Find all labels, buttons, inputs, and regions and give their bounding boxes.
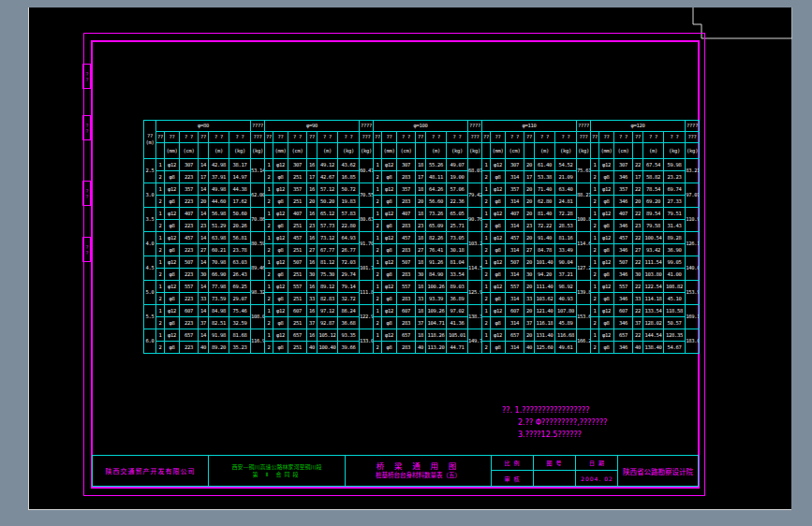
table-header-row: ????? ???? ?? ????????? ???? ?? ????????… (144, 132, 700, 143)
title-block: 陕西交通贸产开发有限公司 西安—铜川高速公路林家河至铜川段 第 Ⅱ 合同段 桥 … (92, 455, 699, 487)
table-row: 3.51φ124071456.9850.6070.861φ124071665.1… (144, 208, 700, 220)
drawing-canvas[interactable]: ?? ?? ?? ?? ??(m)φ=80????φ=90????φ=100??… (28, 7, 791, 510)
date-value: 2004. 02 (576, 471, 618, 486)
project-line2: 第 Ⅱ 合同段 (253, 471, 302, 478)
company-name: 陕西交通贸产开发有限公司 (93, 456, 209, 486)
cad-viewer-screen: ?? ?? ?? ?? ??(m)φ=80????φ=90????φ=100??… (0, 0, 812, 526)
margin-tab: ?? (82, 237, 91, 262)
material-table: ??(m)φ=80????φ=90????φ=100????φ=110????φ… (143, 120, 700, 354)
scale-label: 比 例 (492, 456, 534, 471)
note-line: ??. 1.????????????????? (502, 404, 607, 416)
blank-field (534, 471, 576, 486)
table-row: 6.01φ126571491.9881.68116.911φ1265716105… (144, 329, 700, 342)
material-table-wrap: ??(m)φ=80????φ=90????φ=100????φ=110????φ… (143, 120, 700, 354)
institute-name: 陕西省公路勘察设计院 (618, 456, 698, 486)
date-label: 日 期 (576, 456, 618, 471)
margin-tab: ?? (82, 115, 91, 140)
drawing-sheet-title: 桩基桥台台身材料数量表（五） (376, 472, 461, 480)
table-row: 2φ82232760.2123.782φ82512767.7726.772φ82… (144, 244, 700, 256)
drawing-notes: ??. 1.????????????????? 2.?? Φ?????????,… (502, 404, 607, 441)
table-row: 5.51φ126071484.9875.46108.051φ126071697.… (144, 305, 700, 317)
table-row: 4.51φ125071470.9863.0389.461φ125071681.1… (144, 256, 700, 269)
title-fields: 比 例 图 号 日 期 审 核 2004. 02 (492, 456, 618, 486)
drawing-title: 桥 梁 通 用 图 桩基桥台台身材料数量表（五） (346, 456, 492, 486)
table-header-row: (mm)(cm)(m)(kg)(kg)(mm)(cm)(m)(kg)(kg)(m… (144, 143, 700, 159)
table-row: 3.01φ123571449.9844.3862.001φ123571657.1… (144, 183, 700, 196)
margin-tab: ?? (82, 64, 91, 89)
drawing-type: 桥 梁 通 用 图 (376, 461, 460, 472)
table-row: 2.51φ123071442.9838.1753.141φ123071649.1… (144, 159, 700, 171)
project-name: 西安—铜川高速公路林家河至铜川段 第 Ⅱ 合同段 (209, 456, 346, 486)
table-header-row: ??(m)φ=80????φ=90????φ=100????φ=110????φ… (144, 121, 700, 132)
table-row: 5.01φ125571477.9869.2598.321φ125571689.1… (144, 281, 700, 293)
sheet-label: 图 号 (534, 456, 576, 471)
table-row: 2φ82233782.5132.592φ82513792.8736.682φ82… (144, 317, 700, 329)
table-row: 4.01φ124571463.9856.8180.591φ124571673.1… (144, 232, 700, 244)
table-row: 2φ82232351.2920.262φ82512357.7322.802φ82… (144, 220, 700, 232)
table-row: 2φ82233066.9026.432φ82513075.3029.742φ82… (144, 269, 700, 281)
note-line: 3.????12.5?????? (518, 429, 607, 441)
margin-tab: ?? (82, 181, 91, 206)
note-line: 2.?? Φ?????????,??????? (518, 416, 607, 429)
table-row: 2φ82232044.6017.622φ82512050.2019.832φ82… (144, 196, 700, 208)
table-row: 2φ82233373.5929.072φ82513382.8332.722φ82… (144, 293, 700, 305)
table-row: 2φ82234089.2035.232φ825140100.4039.662φ8… (144, 342, 700, 354)
table-row: 2φ82231737.9114.972φ82511742.6716.852φ82… (144, 171, 700, 183)
check-label: 审 核 (492, 471, 534, 486)
project-line1: 西安—铜川高速公路林家河至铜川段 (231, 463, 321, 471)
